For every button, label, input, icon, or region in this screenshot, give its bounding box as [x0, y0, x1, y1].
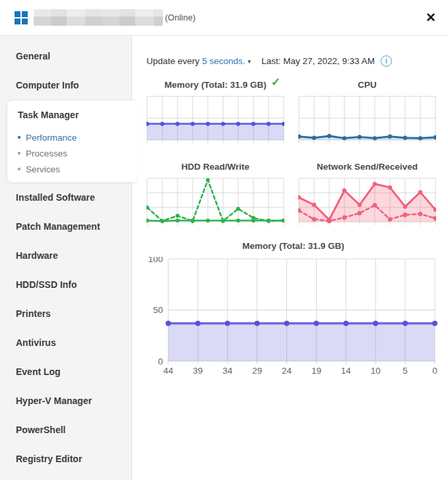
svg-text:34: 34 — [222, 366, 233, 376]
sidebar-item-general[interactable]: General — [0, 42, 131, 71]
sidebar-item-registry-editor[interactable]: Registry Editor — [0, 444, 131, 473]
svg-text:19: 19 — [311, 366, 321, 376]
hdd-plot — [146, 178, 284, 226]
svg-text:29: 29 — [252, 366, 262, 376]
cpu-small-chart: CPU — [298, 80, 436, 145]
sidebar-active-section-card: Task Manager Performance Processes Servi… — [7, 100, 137, 183]
memory-large-chart: Memory (Total: 31.9 GB) 0501004439342924… — [146, 241, 440, 377]
dialog-titlebar: (Online) ✕ — [0, 0, 448, 36]
sidebar-nav: General Computer Info Task Manager Perfo… — [0, 36, 132, 480]
svg-text:24: 24 — [282, 366, 292, 376]
chart-title-memory: Memory (Total: 31.9 GB) — [146, 80, 284, 92]
check-icon: ✓ — [271, 75, 280, 89]
chevron-down-icon[interactable]: ▾ — [248, 58, 251, 65]
network-plot — [298, 178, 436, 226]
hdd-chart: HDD Read/Write — [146, 145, 284, 226]
last-updated-label: Last: May 27, 2022, 9:33 AM — [261, 56, 375, 66]
info-icon[interactable]: i — [381, 55, 392, 67]
update-prefix-label: Update every — [146, 56, 199, 66]
sidebar-item-computer-info[interactable]: Computer Info — [0, 71, 131, 100]
windows-logo-icon — [15, 11, 27, 24]
device-dialog: (Online) ✕ General Computer Info Task Ma… — [0, 0, 448, 480]
cpu-small-plot — [298, 96, 436, 145]
svg-text:100: 100 — [148, 257, 163, 264]
sidebar-item-antivirus[interactable]: Antivirus — [0, 328, 131, 357]
chart-title-cpu: CPU — [298, 80, 436, 92]
close-icon[interactable]: ✕ — [426, 11, 436, 24]
sidebar-item-event-log[interactable]: Event Log — [0, 357, 131, 386]
svg-text:0: 0 — [158, 357, 163, 366]
memory-small-chart: Memory (Total: 31.9 GB) ✓ — [146, 80, 284, 145]
svg-text:50: 50 — [153, 305, 163, 315]
network-chart: Network Send/Received — [298, 145, 436, 226]
sidebar-subitem-performance[interactable]: Performance — [7, 129, 137, 145]
memory-large-plot: 050100443934292419141050 — [146, 257, 440, 377]
svg-text:39: 39 — [193, 366, 203, 376]
sidebar-item-patch-management[interactable]: Patch Management — [0, 212, 131, 241]
chart-title-hdd: HDD Read/Write — [146, 162, 284, 174]
sidebar-item-hyper-v-manager[interactable]: Hyper-V Manager — [0, 386, 131, 415]
svg-text:10: 10 — [371, 366, 381, 376]
sidebar-item-hardware[interactable]: Hardware — [0, 241, 131, 270]
update-toolbar: Update every 5 seconds. ▾ Last: May 27, … — [146, 55, 448, 67]
online-status: (Online) — [165, 13, 195, 22]
sidebar-subitem-services[interactable]: Services — [7, 161, 137, 177]
chart-title-network: Network Send/Received — [298, 162, 436, 174]
svg-text:0: 0 — [432, 366, 437, 376]
sidebar-item-installed-software[interactable]: Installed Software — [0, 183, 131, 212]
sidebar-item-printers[interactable]: Printers — [0, 299, 131, 328]
memory-small-plot — [146, 96, 284, 145]
sidebar-subitem-processes[interactable]: Processes — [7, 145, 137, 161]
update-interval-link[interactable]: 5 seconds. — [202, 56, 245, 66]
sidebar-item-powershell[interactable]: PowerShell — [0, 415, 131, 444]
redacted-computer-name — [34, 9, 163, 26]
svg-text:14: 14 — [341, 366, 352, 376]
performance-panel: Update every 5 seconds. ▾ Last: May 27, … — [132, 36, 448, 480]
svg-text:5: 5 — [402, 366, 408, 376]
chart-title-memory-large: Memory (Total: 31.9 GB) — [146, 241, 440, 253]
svg-text:44: 44 — [163, 366, 174, 376]
sidebar-item-task-manager[interactable]: Task Manager — [7, 100, 137, 129]
sidebar-item-hdd-ssd-info[interactable]: HDD/SSD Info — [0, 270, 131, 299]
